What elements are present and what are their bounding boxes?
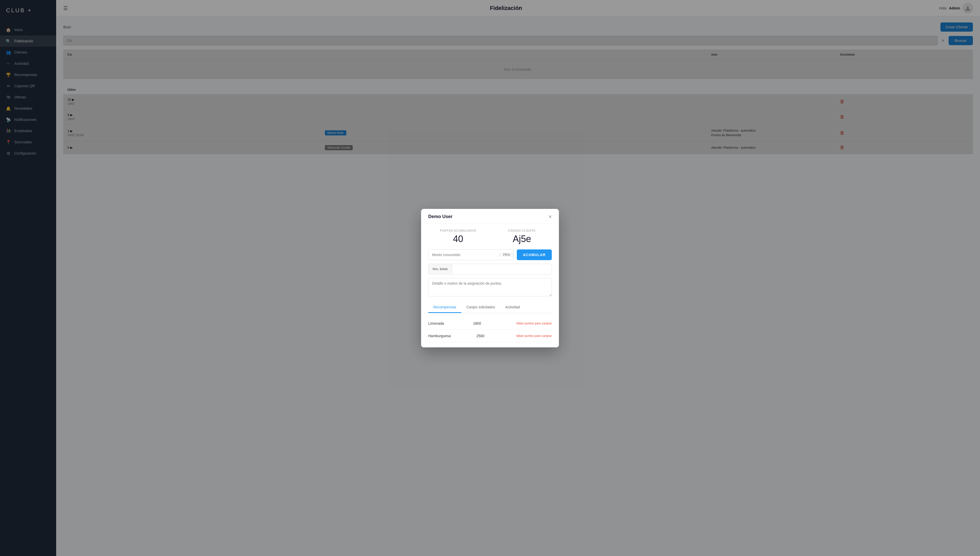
reward-name: Hamburguesa (428, 334, 451, 338)
codigo-stat: CÓDIGO CLIENTE Aj5e (492, 229, 552, 244)
puntos-label: PUNTOS ACUMULADOS (428, 229, 488, 232)
ticket-label: Nro. ticket (429, 264, 452, 274)
rewards-list: Limonada 1800 faltan puntos para canjear… (428, 317, 552, 342)
modal-body: PUNTOS ACUMULADOS 40 CÓDIGO CLIENTE Aj5e… (421, 224, 559, 348)
amount-input[interactable] (429, 250, 499, 260)
codigo-label: CÓDIGO CLIENTE (492, 229, 552, 232)
amount-row: PEN ACUMULAR (428, 249, 552, 260)
tab-canjes[interactable]: Canjes solicitados (462, 302, 501, 313)
stats-row: PUNTOS ACUMULADOS 40 CÓDIGO CLIENTE Aj5e (428, 229, 552, 244)
reward-name: Limonada (428, 322, 444, 325)
reward-item: Hamburguesa 2500 faltan puntos para canj… (428, 330, 552, 342)
modal-close-button[interactable]: × (548, 214, 552, 220)
modal-overlay: Demo User × PUNTOS ACUMULADOS 40 CÓDIGO … (56, 0, 980, 556)
main-content: ☰ Fidelización Hola Admin Busc Crear Cli… (56, 0, 980, 556)
modal-title: Demo User (428, 214, 452, 219)
reward-points: 1800 (473, 322, 481, 325)
ticket-row: Nro. ticket (428, 264, 552, 275)
reward-status: faltan puntos para canjear (516, 322, 552, 325)
reward-points: 2500 (476, 334, 484, 338)
currency-label: PEN (499, 253, 513, 257)
tab-recompensas[interactable]: Recompensas (428, 302, 462, 313)
modal-tabs: Recompensas Canjes solicitados Actividad (428, 302, 552, 313)
amount-input-wrap: PEN (428, 249, 514, 260)
reward-item: Limonada 1800 faltan puntos para canjear (428, 317, 552, 330)
puntos-stat: PUNTOS ACUMULADOS 40 (428, 229, 488, 244)
ticket-input[interactable] (452, 264, 551, 274)
reward-status: faltan puntos para canjear (516, 334, 552, 338)
acumular-button[interactable]: ACUMULAR (517, 249, 552, 260)
modal-header: Demo User × (421, 209, 559, 224)
puntos-value: 40 (428, 234, 488, 244)
detail-textarea[interactable] (428, 278, 552, 296)
modal: Demo User × PUNTOS ACUMULADOS 40 CÓDIGO … (421, 209, 559, 348)
codigo-value: Aj5e (492, 234, 552, 244)
tab-actividad[interactable]: Actividad (500, 302, 525, 313)
